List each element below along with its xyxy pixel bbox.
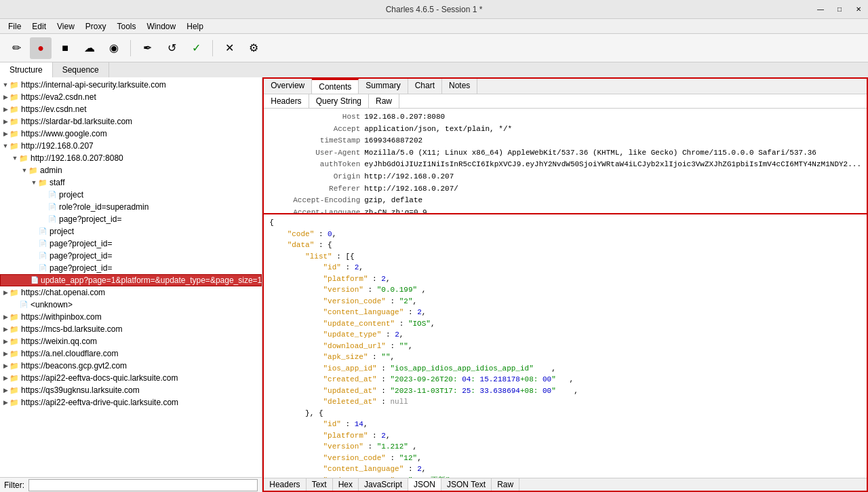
refresh-button[interactable]: ↺ — [161, 37, 182, 59]
header-name: User-Agent — [269, 147, 364, 159]
minimize-button[interactable]: — — [811, 0, 830, 19]
tree-item[interactable]: 📄project — [0, 189, 262, 201]
filter-bar: Filter: — [0, 477, 262, 492]
header-row: Host192.168.0.207:8080 — [269, 111, 861, 124]
tree-item[interactable]: 📄project — [0, 225, 262, 238]
bottom-tab-javascript[interactable]: JavaScript — [359, 478, 408, 491]
tree-item[interactable]: 📄role?role_id=superadmin — [0, 201, 262, 213]
filter-input[interactable] — [28, 479, 258, 491]
tree-item[interactable]: 📄update_app?page=1&platform=&update_type… — [0, 274, 262, 286]
header-name: timeStamp — [269, 135, 364, 147]
tree-item[interactable]: 📄page?project_id= — [0, 250, 262, 262]
settings-button[interactable]: ⚙ — [243, 37, 264, 59]
header-row: Refererhttp://192.168.0.207/ — [269, 183, 861, 195]
menu-item-window[interactable]: Window — [142, 20, 182, 33]
enable-button[interactable]: ✓ — [185, 37, 207, 59]
bottom-tab-json-text[interactable]: JSON Text — [441, 478, 492, 491]
request-headers-content: Host192.168.0.207:8080Acceptapplication/… — [264, 109, 867, 213]
cloud-button[interactable]: ☁ — [79, 37, 100, 59]
tools-button[interactable]: ✕ — [218, 37, 240, 59]
tab-chart[interactable]: Chart — [408, 79, 442, 94]
tab-contents[interactable]: Contents — [312, 79, 359, 94]
header-name: Host — [269, 111, 364, 124]
header-name: Accept-Language — [269, 207, 364, 213]
tree-item[interactable]: ▶📁https://a.nel.cloudflare.com — [0, 347, 262, 360]
header-name: Origin — [269, 171, 364, 183]
tab-notes[interactable]: Notes — [442, 79, 477, 94]
menu-item-file[interactable]: File — [3, 20, 26, 33]
left-panel: ▼📁https://internal-api-security.larksuit… — [0, 77, 262, 492]
tree-item[interactable]: ▶📁https://api22-eeftva-docs-quic.larksui… — [0, 372, 262, 384]
throttle-button[interactable]: ◉ — [103, 37, 125, 59]
header-value: http://192.168.0.207 — [364, 171, 454, 183]
header-value: eyJhbGdOiJIUzI1NiIsInR5cCI6IkpXVCJ9.eyJh… — [364, 159, 861, 171]
tree-item[interactable]: ▶📁https://slardar-bd.larksuite.com — [0, 115, 262, 128]
tree-item[interactable]: 📄<unknown> — [0, 299, 262, 311]
bottom-tab-text[interactable]: Text — [307, 478, 333, 491]
tree-item[interactable]: ▼📁admin — [0, 164, 262, 176]
right-panel: Overview Contents Summary Chart Notes He… — [262, 77, 868, 492]
window-controls: — □ ✕ — [811, 0, 868, 18]
menu-item-edit[interactable]: Edit — [26, 20, 52, 33]
maximize-button[interactable]: □ — [830, 0, 849, 19]
tab-summary[interactable]: Summary — [359, 79, 408, 94]
title-bar: Charles 4.6.5 - Session 1 * — □ ✕ — [0, 0, 868, 19]
nav-tab-bar: Structure Sequence — [0, 62, 868, 77]
tree-item[interactable]: ▶📁https://withpinbox.com — [0, 311, 262, 323]
header-row: User-AgentMozilla/5.0 (X11; Linux x86_64… — [269, 147, 861, 159]
tab-overview[interactable]: Overview — [264, 79, 312, 94]
record-button[interactable]: ● — [30, 37, 52, 59]
close-button[interactable]: ✕ — [849, 0, 868, 19]
header-row: Accept-Encodinggzip, deflate — [269, 195, 861, 207]
tree-item[interactable]: 📄page?project_id= — [0, 213, 262, 225]
tree-item[interactable]: ▶📁https://api22-eeftva-drive-quic.larksu… — [0, 396, 262, 409]
separator-2 — [212, 40, 213, 56]
menu-bar: FileEditViewProxyToolsWindowHelp — [0, 19, 868, 34]
tree-item[interactable]: ▶📁https://qs39ugknsu.larksuite.com — [0, 384, 262, 396]
response-section: { "code" : 0, "data" : { "list" : [{ "id… — [264, 214, 867, 491]
tree-item[interactable]: ▶📁https://beacons.gcp.gvt2.com — [0, 360, 262, 372]
menu-item-view[interactable]: View — [52, 20, 80, 33]
tab-structure[interactable]: Structure — [0, 62, 53, 77]
header-value: Mozilla/5.0 (X11; Linux x86_64) AppleWeb… — [364, 147, 816, 159]
sub-tab-raw[interactable]: Raw — [369, 94, 399, 108]
request-tabs: Overview Contents Summary Chart Notes — [264, 79, 867, 94]
tree-item[interactable]: ▶📁https://ev.csdn.net — [0, 103, 262, 115]
separator-1 — [130, 40, 131, 56]
tree-item[interactable]: ▶📁https://weixin.qq.com — [0, 335, 262, 347]
tree-item[interactable]: ▼📁staff — [0, 176, 262, 189]
tree-item[interactable]: ▼📁http://192.168.0.207:8080 — [0, 152, 262, 164]
bottom-tab-headers[interactable]: Headers — [264, 478, 306, 491]
tree-item[interactable]: 📄page?project_id= — [0, 262, 262, 274]
header-row: Accept-Languagezh-CN,zh;q=0.9 — [269, 207, 861, 213]
tree: ▼📁https://internal-api-security.larksuit… — [0, 77, 262, 477]
tree-item[interactable]: ▼📁https://internal-api-security.larksuit… — [0, 79, 262, 91]
tree-item[interactable]: ▶📁https://eva2.csdn.net — [0, 91, 262, 103]
request-section: Overview Contents Summary Chart Notes He… — [264, 79, 867, 214]
tree-item[interactable]: ▼📁http://192.168.0.207 — [0, 140, 262, 152]
sub-tab-querystring[interactable]: Query String — [309, 94, 369, 108]
toolbar: ✏ ● ■ ☁ ◉ ✒ ↺ ✓ ✕ ⚙ — [0, 34, 868, 62]
tree-item[interactable]: ▶📁https://mcs-bd.larksuite.com — [0, 323, 262, 335]
sub-tab-headers[interactable]: Headers — [264, 94, 309, 108]
window-title: Charles 4.6.5 - Session 1 * — [386, 5, 483, 14]
header-name: Accept — [269, 124, 364, 136]
bottom-tab-hex[interactable]: Hex — [333, 478, 359, 491]
header-name: authToken — [269, 159, 364, 171]
header-name: Accept-Encoding — [269, 195, 364, 207]
menu-item-proxy[interactable]: Proxy — [80, 20, 112, 33]
header-value: 1699346887202 — [364, 135, 422, 147]
pen-tool-button[interactable]: ✏ — [5, 37, 27, 59]
tree-item[interactable]: 📄page?project_id= — [0, 238, 262, 250]
bottom-tab-json[interactable]: JSON — [408, 478, 441, 491]
menu-item-tools[interactable]: Tools — [112, 20, 142, 33]
bottom-tab-raw[interactable]: Raw — [492, 478, 519, 491]
header-value: 192.168.0.207:8080 — [364, 111, 445, 124]
stop-button[interactable]: ■ — [54, 37, 76, 59]
tree-item[interactable]: ▶📁https://www.google.com — [0, 128, 262, 140]
tab-sequence[interactable]: Sequence — [53, 62, 109, 77]
menu-item-help[interactable]: Help — [181, 20, 209, 33]
rewrite-button[interactable]: ✒ — [136, 37, 158, 59]
tree-item[interactable]: ▶📁https://chat.openai.com — [0, 286, 262, 299]
header-row: Originhttp://192.168.0.207 — [269, 171, 861, 183]
